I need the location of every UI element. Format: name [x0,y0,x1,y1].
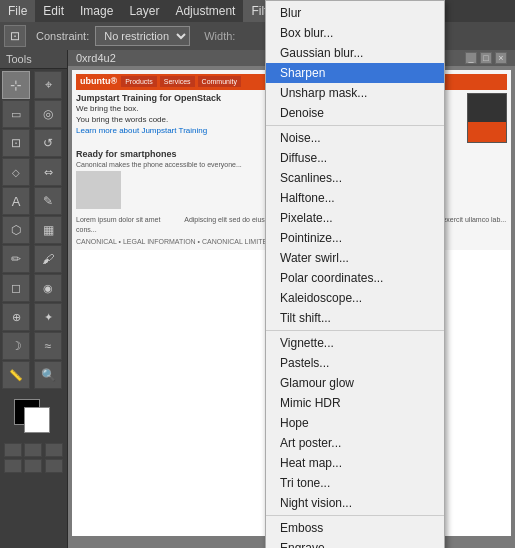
learn-link[interactable]: Learn more about Jumpstart Training [76,126,207,135]
crop-tool-icon[interactable]: ⊡ [4,25,26,47]
filter-dropdown-menu: Blur Box blur... Gaussian blur... Sharpe… [265,0,445,548]
col-1: Lorem ipsum dolor sit amet cons... [76,215,182,233]
filter-night-vision[interactable]: Night vision... [266,493,444,513]
tool-select[interactable]: ⊹ [2,71,30,99]
tool-paintbrush[interactable]: 🖌 [34,245,62,273]
filter-section-4: Emboss Engrave Find edges [266,516,444,548]
tool-airbrush[interactable]: ◉ [34,274,62,302]
filter-noise[interactable]: Noise... [266,128,444,148]
filter-glamour-glow[interactable]: Glamour glow [266,373,444,393]
tool-pencil[interactable]: ✏ [2,245,30,273]
fg-bg-colors [14,399,54,435]
brush-grid [0,439,67,477]
menu-file[interactable]: File [0,0,35,22]
filter-diffuse[interactable]: Diffuse... [266,148,444,168]
tool-eraser[interactable]: ◻ [2,274,30,302]
brush-preset-3[interactable] [45,443,63,457]
filter-pixelate[interactable]: Pixelate... [266,208,444,228]
tool-lasso[interactable]: ⌖ [34,71,62,99]
filter-section-1: Blur Box blur... Gaussian blur... Sharpe… [266,1,444,126]
tool-gradient[interactable]: ▦ [34,216,62,244]
menu-adjustment[interactable]: Adjustment [167,0,243,22]
filter-unsharp-mask[interactable]: Unsharp mask... [266,83,444,103]
nav-item-1: Products [121,76,157,87]
ubuntu-logo: ubuntu® [80,76,117,88]
tools-grid: ⊹ ⌖ ▭ ◎ ⊡ ↺ ◇ ⇔ A ✎ ⬡ ▦ ✏ 🖌 ◻ ◉ ⊕ ✦ [0,69,67,391]
menu-edit[interactable]: Edit [35,0,72,22]
filter-engrave[interactable]: Engrave [266,538,444,548]
tool-flip[interactable]: ⇔ [34,158,62,186]
filter-tri-tone[interactable]: Tri tone... [266,473,444,493]
constraint-label: Constraint: [36,30,89,42]
tool-rect-select[interactable]: ▭ [2,100,30,128]
filter-denoise[interactable]: Denoise [266,103,444,123]
ready-title: Ready for smartphones [76,149,290,161]
canvas-title: 0xrd4u2 [76,52,116,64]
brush-preset-2[interactable] [24,443,42,457]
tool-dodge[interactable]: ☽ [2,332,30,360]
tool-rotate[interactable]: ↺ [34,129,62,157]
tool-crop[interactable]: ⊡ [2,129,30,157]
nav-item-3: Community [198,76,241,87]
filter-section-3: Vignette... Pastels... Glamour glow Mimi… [266,331,444,516]
filter-vignette[interactable]: Vignette... [266,333,444,353]
tool-heal[interactable]: ✦ [34,303,62,331]
tool-clone[interactable]: ⊕ [2,303,30,331]
filter-gaussian-blur[interactable]: Gaussian blur... [266,43,444,63]
filter-polar-coordinates[interactable]: Polar coordinates... [266,268,444,288]
filter-halftone[interactable]: Halftone... [266,188,444,208]
filter-section-2: Noise... Diffuse... Scanlines... Halfton… [266,126,444,331]
tool-bucket-fill[interactable]: ⬡ [2,216,30,244]
filter-pointinize[interactable]: Pointinize... [266,228,444,248]
filter-box-blur[interactable]: Box blur... [266,23,444,43]
menu-image[interactable]: Image [72,0,121,22]
filter-blur[interactable]: Blur [266,3,444,23]
tools-header: Tools [0,50,67,69]
ready-text: Canonical makes the phone accessible to … [76,160,290,169]
background-color[interactable] [24,407,50,433]
tool-perspective[interactable]: ◇ [2,158,30,186]
phone-image [76,171,121,209]
width-label: Width: [204,30,235,42]
color-swatches [0,395,67,439]
tools-panel: Tools ⊹ ⌖ ▭ ◎ ⊡ ↺ ◇ ⇔ A ✎ ⬡ ▦ ✏ 🖌 ◻ ◉ [0,50,68,548]
tool-measure[interactable]: 📏 [2,361,30,389]
brush-preset-1[interactable] [4,443,22,457]
filter-hope[interactable]: Hope [266,413,444,433]
filter-sharpen[interactable]: Sharpen [266,63,444,83]
tool-smudge[interactable]: ≈ [34,332,62,360]
menu-layer[interactable]: Layer [121,0,167,22]
ready-col: Ready for smartphones Canonical makes th… [76,149,290,210]
brush-preset-5[interactable] [24,459,42,473]
filter-art-poster[interactable]: Art poster... [266,433,444,453]
filter-emboss[interactable]: Emboss [266,518,444,538]
brush-preset-4[interactable] [4,459,22,473]
filter-tilt-shift[interactable]: Tilt shift... [266,308,444,328]
filter-kaleidoscope[interactable]: Kaleidoscope... [266,288,444,308]
filter-water-swirl[interactable]: Water swirl... [266,248,444,268]
brush-preset-6[interactable] [45,459,63,473]
filter-scanlines[interactable]: Scanlines... [266,168,444,188]
tool-zoom[interactable]: 🔍 [34,361,62,389]
tool-color-picker[interactable]: ✎ [34,187,62,215]
constraint-select[interactable]: No restriction Aspect ratio Fixed size [95,26,190,46]
filter-mimic-hdr[interactable]: Mimic HDR [266,393,444,413]
canvas-window-controls: _ □ × [465,52,507,64]
tool-fuzzy-select[interactable]: ◎ [34,100,62,128]
canvas-maximize-button[interactable]: □ [480,52,492,64]
canvas-close-button[interactable]: × [495,52,507,64]
filter-pastels[interactable]: Pastels... [266,353,444,373]
tool-text[interactable]: A [2,187,30,215]
filter-heat-map[interactable]: Heat map... [266,453,444,473]
canvas-minimize-button[interactable]: _ [465,52,477,64]
nav-item-2: Services [160,76,195,87]
jumpstart-image [467,93,507,143]
